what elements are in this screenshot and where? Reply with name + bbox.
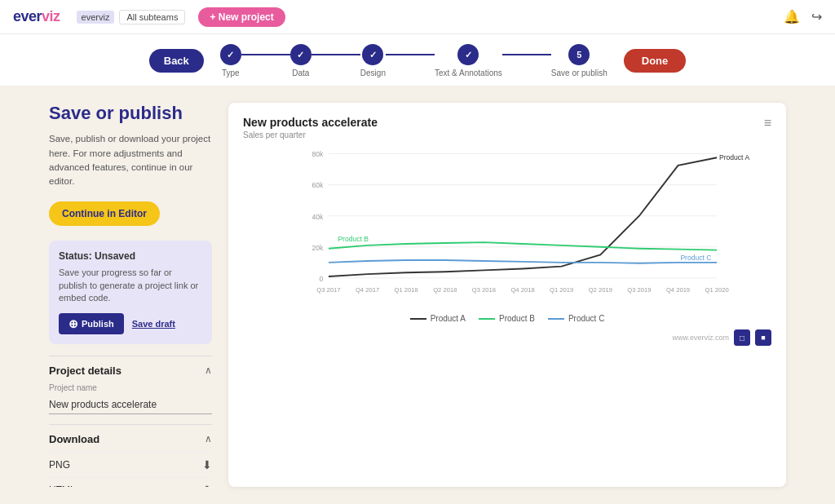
step-design-label: Design xyxy=(360,69,386,77)
download-chevron: ∧ xyxy=(205,433,212,444)
connector-4 xyxy=(502,54,551,55)
legend-label-a: Product A xyxy=(431,314,466,323)
download-png-row: PNG JPEG SVG ⬇ xyxy=(49,452,212,477)
new-project-button[interactable]: + New project xyxy=(198,7,285,27)
download-html-row: HTML CSV ⬇ xyxy=(49,477,212,487)
svg-text:Q2 2018: Q2 2018 xyxy=(433,286,457,294)
share-icon: ■ xyxy=(761,334,765,342)
step-data[interactable]: ✓ Data xyxy=(290,44,311,77)
legend-line-b xyxy=(479,318,495,320)
logo: everviz xyxy=(13,8,60,25)
svg-text:20k: 20k xyxy=(311,244,324,252)
svg-text:Q3 2019: Q3 2019 xyxy=(627,286,651,294)
chart-legend: Product A Product B Product C xyxy=(243,314,771,323)
publish-button[interactable]: ⊕ Publish xyxy=(59,313,124,334)
step-publish-label: Save or publish xyxy=(551,69,607,77)
status-title: Status: Unsaved xyxy=(59,250,202,262)
legend-product-a: Product A xyxy=(410,314,466,323)
svg-text:Q4 2018: Q4 2018 xyxy=(510,286,534,294)
chart-header: New products accelerate Sales per quarte… xyxy=(243,116,771,139)
wizard-steps: Back ✓ Type ✓ Data ✓ Design ✓ Text & Ann… xyxy=(0,34,835,86)
step-data-circle: ✓ xyxy=(290,44,311,65)
project-name-field: Project name xyxy=(49,383,212,424)
connector-3 xyxy=(386,54,435,55)
team-selector[interactable]: All subteams xyxy=(119,10,185,24)
project-details-title: Project details xyxy=(49,365,121,377)
svg-text:Q3 2017: Q3 2017 xyxy=(316,286,340,294)
done-button[interactable]: Done xyxy=(624,49,687,73)
download-format-html[interactable]: HTML CSV xyxy=(49,484,89,487)
svg-text:Q4 2017: Q4 2017 xyxy=(356,286,379,294)
legend-product-b: Product B xyxy=(479,314,535,323)
legend-label-c: Product C xyxy=(568,314,604,323)
legend-line-c xyxy=(548,318,564,320)
step-type-label: Type xyxy=(222,69,240,77)
chart-area: 80k 60k 40k 20k 0 Q3 2017 Q4 2017 Q1 201… xyxy=(243,146,771,309)
svg-text:Q3 2018: Q3 2018 xyxy=(472,286,496,294)
step-type[interactable]: ✓ Type xyxy=(220,44,241,77)
svg-text:40k: 40k xyxy=(311,213,324,221)
svg-text:Q4 2019: Q4 2019 xyxy=(666,286,690,294)
step-text-label: Text & Annotations xyxy=(435,69,502,77)
connector-1 xyxy=(241,54,290,55)
logout-icon[interactable]: ↪ xyxy=(811,9,822,24)
project-name-label: Project name xyxy=(49,383,212,392)
workspace-badge: everviz xyxy=(77,11,115,24)
save-draft-button[interactable]: Save draft xyxy=(132,319,175,329)
step-publish-circle: 5 xyxy=(568,44,590,65)
share-icon-button[interactable]: ■ xyxy=(755,329,771,346)
project-details-header[interactable]: Project details ∧ xyxy=(49,356,212,383)
svg-text:Q1 2020: Q1 2020 xyxy=(705,286,729,294)
project-name-input[interactable] xyxy=(49,396,212,414)
download-format-png[interactable]: PNG JPEG SVG xyxy=(49,459,88,471)
svg-text:Product C: Product C xyxy=(680,254,711,262)
step-type-circle: ✓ xyxy=(220,44,241,65)
step-design[interactable]: ✓ Design xyxy=(360,44,386,77)
download-header[interactable]: Download ∧ xyxy=(49,424,212,452)
step-text[interactable]: ✓ Text & Annotations xyxy=(435,44,502,77)
status-description: Save your progress so far or publish to … xyxy=(59,267,202,304)
continue-editor-button[interactable]: Continue in Editor xyxy=(49,201,160,226)
notification-icon[interactable]: 🔔 xyxy=(784,9,800,24)
svg-text:Product B: Product B xyxy=(338,235,369,243)
steps-container: ✓ Type ✓ Data ✓ Design ✓ Text & Annotati… xyxy=(220,44,607,77)
svg-text:Q1 2019: Q1 2019 xyxy=(550,286,573,294)
svg-text:0: 0 xyxy=(320,275,324,283)
svg-text:60k: 60k xyxy=(311,181,324,189)
workspace-selector[interactable]: everviz All subteams xyxy=(77,10,186,24)
legend-label-b: Product B xyxy=(499,314,535,323)
step-data-label: Data xyxy=(292,69,309,77)
download-png-icon[interactable]: ⬇ xyxy=(202,458,212,471)
connector-2 xyxy=(311,54,360,55)
chart-title: New products accelerate xyxy=(243,116,378,129)
legend-product-c: Product C xyxy=(548,314,604,323)
back-button[interactable]: Back xyxy=(149,49,204,73)
panel-description: Save, publish or download your project h… xyxy=(49,132,212,188)
step-design-circle: ✓ xyxy=(362,44,383,65)
svg-text:Q2 2019: Q2 2019 xyxy=(589,286,612,294)
svg-text:80k: 80k xyxy=(311,150,324,158)
legend-line-a xyxy=(410,318,426,320)
chart-svg: 80k 60k 40k 20k 0 Q3 2017 Q4 2017 Q1 201… xyxy=(243,146,771,309)
step-publish[interactable]: 5 Save or publish xyxy=(551,44,607,77)
chart-title-block: New products accelerate Sales per quarte… xyxy=(243,116,378,139)
top-nav: everviz everviz All subteams + New proje… xyxy=(0,0,835,34)
publish-plus-icon: ⊕ xyxy=(68,317,78,330)
step-text-circle: ✓ xyxy=(457,44,479,65)
main-content: Save or publish Save, publish or downloa… xyxy=(0,86,835,503)
download-title: Download xyxy=(49,433,99,445)
left-panel: Save or publish Save, publish or downloa… xyxy=(49,103,212,487)
chart-menu-icon[interactable]: ≡ xyxy=(764,116,771,130)
status-actions: ⊕ Publish Save draft xyxy=(59,313,202,334)
nav-icons: 🔔 ↪ xyxy=(784,9,822,24)
publish-label: Publish xyxy=(82,319,114,329)
svg-text:Product A: Product A xyxy=(719,153,749,161)
project-details-chevron: ∧ xyxy=(205,365,212,376)
download-html-icon[interactable]: ⬇ xyxy=(202,484,212,487)
chart-footer-url: www.everviz.com xyxy=(672,334,729,342)
panel-title: Save or publish xyxy=(49,103,212,124)
chart-panel: New products accelerate Sales per quarte… xyxy=(228,103,786,487)
embed-icon-button[interactable]: □ xyxy=(734,329,750,346)
svg-text:Q1 2018: Q1 2018 xyxy=(395,286,418,294)
chart-subtitle: Sales per quarter xyxy=(243,130,378,139)
